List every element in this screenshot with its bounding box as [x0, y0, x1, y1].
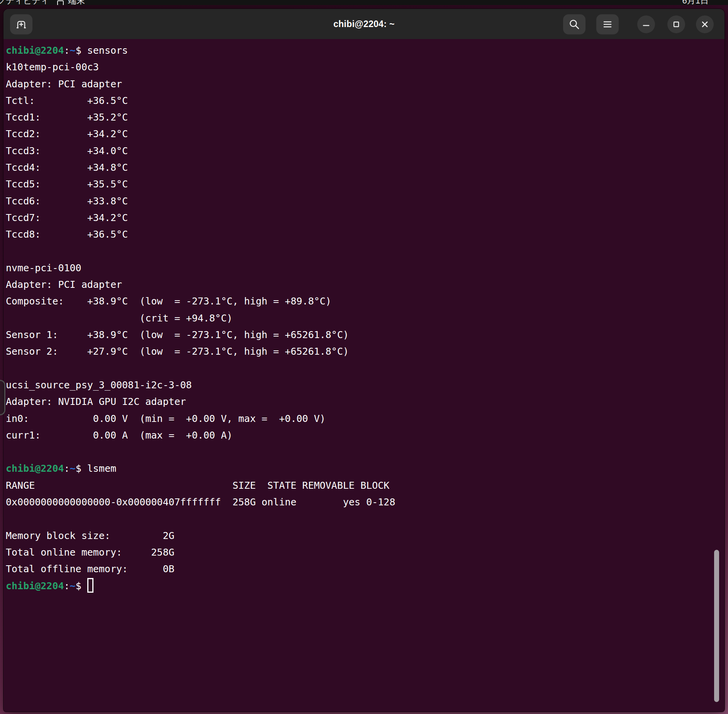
- terminal-line: chibi@2204:~$ lsmem: [6, 460, 725, 477]
- terminal-line: (crit = +94.8°C): [6, 310, 725, 326]
- terminal-line: Adapter: NVIDIA GPU I2C adapter: [6, 393, 725, 410]
- terminal-line: nvme-pci-0100: [6, 260, 725, 276]
- activities-label[interactable]: アクティビティ: [0, 0, 49, 5]
- terminal-line: Tccd4: +34.8°C: [6, 159, 725, 176]
- terminal-line: Tctl: +36.5°C: [6, 92, 725, 109]
- terminal-line: Adapter: PCI adapter: [6, 276, 725, 293]
- terminal-line: chibi@2204:~$ sensors: [6, 42, 725, 59]
- terminal-line: Sensor 2: +27.9°C (low = -273.1°C, high …: [6, 343, 725, 360]
- terminal-line: Total offline memory: 0B: [6, 561, 725, 577]
- close-button[interactable]: [696, 15, 714, 33]
- terminal-line: Composite: +38.9°C (low = -273.1°C, high…: [6, 293, 725, 309]
- terminal-line: Tccd2: +34.2°C: [6, 126, 725, 142]
- maximize-icon: [671, 19, 682, 30]
- search-button[interactable]: [563, 14, 585, 34]
- terminal-line: Sensor 1: +38.9°C (low = -273.1°C, high …: [6, 326, 725, 343]
- menu-button[interactable]: [596, 14, 619, 34]
- terminal-line: Tccd6: +33.8°C: [6, 193, 725, 209]
- hamburger-menu-icon: [601, 18, 614, 31]
- terminal-line: Tccd8: +36.5°C: [6, 226, 725, 243]
- terminal-line: k10temp-pci-00c3: [6, 59, 725, 75]
- maximize-button[interactable]: [667, 15, 685, 33]
- terminal-line: in0: 0.00 V (min = +0.00 V, max = +0.00 …: [6, 410, 725, 427]
- terminal-line: RANGE SIZE STATE REMOVABLE BLOCK: [6, 477, 725, 494]
- scrollbar-thumb[interactable]: [714, 550, 719, 702]
- terminal-line: ucsi_source_psy_3_00081-i2c-3-08: [6, 377, 725, 393]
- window-header: chibi@2204: ~: [3, 9, 725, 39]
- terminal-line: 0x0000000000000000-0x000000407fffffff 25…: [6, 494, 725, 510]
- clock-date-label[interactable]: 6月1日: [682, 0, 709, 5]
- terminal-line: Memory block size: 2G: [6, 527, 725, 544]
- minimize-icon: [641, 19, 652, 30]
- terminal-line: [6, 444, 725, 460]
- focused-app-label[interactable]: 端末: [68, 0, 85, 5]
- terminal-content[interactable]: chibi@2204:~$ sensorsk10temp-pci-00c3Ada…: [3, 39, 725, 712]
- terminal-line: Tccd5: +35.5°C: [6, 176, 725, 192]
- terminal-line: Adapter: PCI adapter: [6, 76, 725, 92]
- terminal-cursor: [87, 578, 93, 593]
- terminal-line: [6, 510, 725, 527]
- terminal-line: curr1: 0.00 A (max = +0.00 A): [6, 427, 725, 444]
- terminal-line: Tccd1: +35.2°C: [6, 109, 725, 126]
- gnome-topbar: アクティビティ 端末 6月1日: [0, 0, 728, 5]
- search-icon: [568, 18, 581, 31]
- terminal-app-icon: [57, 0, 64, 5]
- terminal-line: chibi@2204:~$: [6, 578, 725, 594]
- terminal-line: Total online memory: 258G: [6, 544, 725, 561]
- terminal-line: Tccd7: +34.2°C: [6, 209, 725, 226]
- terminal-window: chibi@2204: ~: [3, 8, 725, 712]
- terminal-line: [6, 360, 725, 377]
- terminal-line: Tccd3: +34.0°C: [6, 143, 725, 159]
- minimize-button[interactable]: [637, 15, 655, 33]
- edge-overlay-handle[interactable]: [0, 380, 5, 415]
- terminal-line: [6, 243, 725, 260]
- close-icon: [699, 19, 710, 30]
